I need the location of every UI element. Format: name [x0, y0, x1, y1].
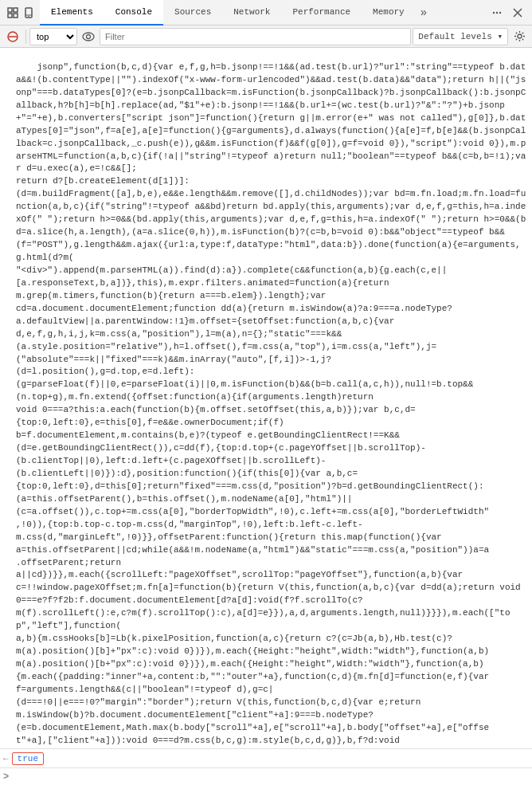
tab-sources[interactable]: Sources — [163, 0, 222, 26]
svg-point-7 — [493, 11, 495, 13]
settings-btn[interactable] — [510, 28, 529, 45]
log-levels-dropdown[interactable]: Default levels ▾ — [413, 28, 508, 45]
console-output: jsonp",function(b,c,d){var e,f,g,h=b.jso… — [0, 48, 532, 748]
result-arrow-icon: ← — [3, 754, 9, 763]
svg-rect-3 — [14, 14, 18, 18]
mobile-icon[interactable] — [22, 6, 35, 19]
svg-point-14 — [83, 33, 94, 41]
svg-rect-1 — [8, 14, 12, 18]
svg-point-9 — [499, 11, 501, 13]
svg-point-16 — [518, 34, 522, 38]
tab-console[interactable]: Console — [104, 0, 163, 26]
eye-btn[interactable] — [79, 28, 98, 45]
svg-point-8 — [496, 11, 498, 13]
svg-rect-0 — [8, 8, 12, 12]
toolbar-separator-1 — [25, 29, 26, 44]
console-prompt-icon: > — [3, 771, 9, 783]
tab-elements[interactable]: Elements — [40, 0, 104, 26]
console-result-line: ← true — [0, 748, 532, 767]
inspect-icon[interactable] — [6, 6, 19, 19]
more-options-btn[interactable] — [487, 3, 507, 22]
tab-overflow-btn[interactable]: » — [416, 0, 432, 26]
clear-console-btn[interactable] — [3, 28, 22, 45]
console-input-area: > — [0, 767, 532, 785]
close-devtools-btn[interactable] — [508, 3, 527, 22]
result-value: true — [12, 752, 44, 765]
tab-memory[interactable]: Memory — [362, 0, 416, 26]
svg-rect-2 — [14, 8, 18, 12]
console-input[interactable] — [14, 772, 529, 782]
svg-point-15 — [87, 34, 91, 38]
tab-actions — [484, 3, 530, 22]
code-content: jsonp",function(b,c,d){var e,f,g,h=b.jso… — [16, 62, 526, 748]
filter-input[interactable] — [100, 28, 411, 45]
tab-network[interactable]: Network — [222, 0, 281, 26]
tab-bar: Elements Console Sources Network Perform… — [0, 0, 532, 26]
console-toolbar: top Default levels ▾ — [0, 26, 532, 48]
console-log-entry: jsonp",function(b,c,d){var e,f,g,h=b.jso… — [0, 48, 532, 748]
tab-performance[interactable]: Performance — [281, 0, 362, 26]
devtools-icon-area — [2, 6, 40, 19]
svg-point-6 — [28, 15, 29, 16]
context-selector[interactable]: top — [29, 28, 77, 45]
